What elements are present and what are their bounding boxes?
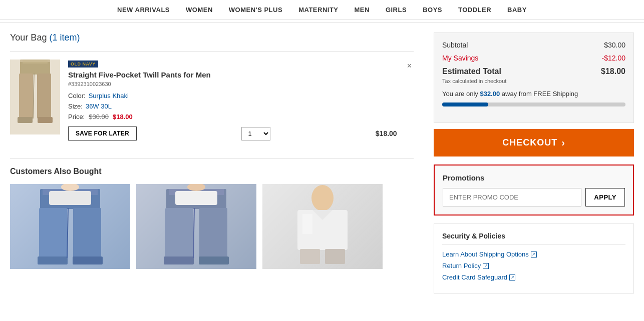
- product-sku: #3392310023630: [68, 81, 397, 87]
- card-image-3: [262, 184, 383, 269]
- color-value[interactable]: Surplus Khaki: [89, 92, 129, 100]
- subtotal-row: Subtotal $30.00: [442, 41, 625, 49]
- svg-rect-10: [73, 208, 101, 258]
- svg-rect-28: [300, 249, 320, 264]
- product-details: OLD NAVY Straight Five-Pocket Twill Pant…: [68, 60, 397, 140]
- credit-card-label: Credit Card Safeguard: [442, 274, 507, 281]
- shipping-amount: $32.00: [480, 90, 500, 98]
- total-label: Estimated Total: [442, 67, 501, 76]
- shipping-progress-fill: [442, 102, 488, 106]
- product-name: Straight Five-Pocket Twill Pants for Men: [68, 70, 397, 79]
- bag-title: Your Bag (1 item): [10, 32, 414, 43]
- svg-rect-16: [49, 191, 91, 205]
- nav-item-baby[interactable]: BABY: [507, 6, 527, 14]
- also-bought-grid: [10, 184, 414, 269]
- security-title: Security & Policies: [442, 232, 625, 244]
- right-panel: Subtotal $30.00 My Savings -$12.00 Estim…: [424, 24, 634, 302]
- total-value: $18.00: [601, 67, 625, 76]
- also-bought-card-2[interactable]: [136, 184, 256, 269]
- svg-rect-11: [38, 256, 68, 264]
- security-policies-box: Security & Policies Learn About Shipping…: [434, 224, 634, 294]
- product-size-row: Size: 36W 30L: [68, 102, 397, 110]
- brand-logo: OLD NAVY: [68, 60, 98, 68]
- svg-rect-1: [19, 74, 33, 118]
- checkout-arrow-icon: ›: [561, 137, 565, 148]
- promo-apply-button[interactable]: APPLY: [585, 188, 625, 206]
- save-for-later-button[interactable]: SAVE FOR LATER: [68, 126, 137, 140]
- svg-rect-20: [164, 256, 194, 264]
- nav-item-maternity[interactable]: MATERNITY: [298, 6, 338, 14]
- card-image-2: [136, 184, 256, 269]
- external-link-icon-2: ↗: [483, 263, 489, 269]
- also-bought-card-1[interactable]: [10, 184, 130, 269]
- left-panel: Your Bag (1 item) OLD NAVY Straigh: [10, 24, 424, 302]
- also-bought-title: Customers Also Bought: [10, 167, 414, 176]
- also-bought-card-3[interactable]: [262, 184, 383, 269]
- svg-rect-25: [175, 191, 217, 205]
- promo-code-input[interactable]: [443, 188, 581, 206]
- remove-item-button[interactable]: ×: [405, 60, 414, 72]
- product-image: [10, 60, 60, 134]
- svg-rect-12: [73, 256, 103, 264]
- shipping-options-label: Learn About Shipping Options: [442, 250, 529, 258]
- return-policy-label: Return Policy: [442, 262, 481, 270]
- subtotal-value: $30.00: [604, 41, 625, 49]
- savings-value: -$12.00: [602, 54, 625, 62]
- nav-item-toddler[interactable]: TODDLER: [458, 6, 491, 14]
- svg-rect-32: [333, 214, 343, 234]
- order-summary: Subtotal $30.00 My Savings -$12.00 Estim…: [434, 32, 634, 123]
- subtotal-label: Subtotal: [442, 41, 468, 49]
- svg-rect-19: [199, 208, 227, 258]
- also-bought-section: Customers Also Bought: [10, 158, 414, 269]
- price-sale: $18.00: [113, 113, 133, 120]
- svg-rect-9: [39, 208, 67, 258]
- nav-item-men[interactable]: MEN: [355, 6, 370, 14]
- bag-item-count: (1 item): [49, 32, 80, 42]
- svg-line-13: [67, 208, 68, 258]
- svg-rect-7: [23, 60, 48, 64]
- savings-label: My Savings: [442, 54, 478, 62]
- price-original: $30.00: [89, 113, 109, 120]
- product-color-row: Color: Surplus Khaki: [68, 92, 397, 100]
- quantity-select[interactable]: 1 2 3: [241, 127, 270, 140]
- shipping-options-link[interactable]: Learn About Shipping Options ↗: [442, 250, 625, 258]
- svg-rect-18: [165, 208, 193, 258]
- svg-rect-21: [199, 256, 229, 264]
- shipping-prefix: You are only: [442, 90, 480, 98]
- product-row: OLD NAVY Straight Five-Pocket Twill Pant…: [10, 51, 414, 148]
- promo-input-row: APPLY: [443, 188, 625, 206]
- nav-item-girls[interactable]: GIRLS: [386, 6, 407, 14]
- promotions-box: Promotions APPLY: [434, 164, 634, 216]
- nav-item-womens-plus[interactable]: WOMEN'S PLUS: [229, 6, 282, 14]
- svg-rect-5: [18, 117, 33, 123]
- svg-rect-31: [302, 214, 312, 234]
- external-link-icon-3: ↗: [509, 274, 515, 280]
- nav-item-new-arrivals[interactable]: NEW ARRIVALS: [117, 6, 170, 14]
- shipping-suffix: away from FREE Shipping: [500, 90, 578, 98]
- nav-item-boys[interactable]: BOYS: [423, 6, 442, 14]
- bag-title-text: Your Bag: [10, 32, 47, 42]
- tax-note: Tax calculated in checkout: [442, 78, 625, 84]
- free-shipping-message: You are only $32.00 away from FREE Shipp…: [442, 90, 625, 98]
- svg-point-26: [311, 185, 334, 211]
- svg-rect-6: [38, 117, 53, 123]
- savings-row: My Savings -$12.00: [442, 54, 625, 62]
- return-policy-link[interactable]: Return Policy ↗: [442, 262, 625, 270]
- checkout-label: CHECKOUT: [502, 138, 557, 148]
- checkout-button[interactable]: CHECKOUT ›: [434, 129, 634, 156]
- svg-rect-2: [37, 74, 51, 118]
- product-footer: SAVE FOR LATER 1 2 3 $18.00: [68, 126, 397, 140]
- shipping-progress-bar: [442, 102, 625, 106]
- external-link-icon-1: ↗: [531, 252, 537, 258]
- price-label: Price:: [68, 113, 85, 120]
- svg-rect-29: [325, 249, 345, 264]
- credit-card-link[interactable]: Credit Card Safeguard ↗: [442, 274, 625, 281]
- price-row: Price: $30.00 $18.00: [68, 113, 397, 120]
- color-label: Color:: [68, 92, 86, 100]
- total-row: Estimated Total $18.00: [442, 67, 625, 76]
- top-navigation: NEW ARRIVALSWOMENWOMEN'S PLUSMATERNITYME…: [0, 0, 644, 20]
- nav-item-women[interactable]: WOMEN: [186, 6, 213, 14]
- promotions-title: Promotions: [443, 174, 625, 182]
- size-value[interactable]: 36W 30L: [86, 102, 112, 110]
- svg-line-22: [193, 208, 194, 258]
